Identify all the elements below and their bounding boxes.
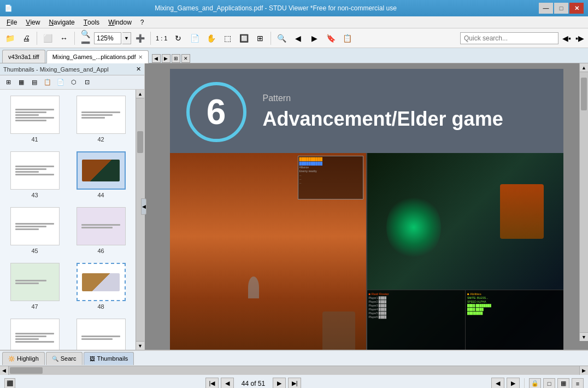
tab-nav-right[interactable]: ▶	[162, 54, 170, 63]
sidebar-doc-btn[interactable]: 📄	[55, 77, 67, 88]
thumbnail-47[interactable]: 47	[4, 261, 65, 311]
thumbnail-41[interactable]: 41	[4, 94, 65, 144]
hscroll-track[interactable]	[10, 367, 578, 374]
menu-view[interactable]: View	[21, 16, 44, 28]
close-button[interactable]: ✕	[569, 3, 584, 14]
pdf-scroll-track[interactable]	[580, 72, 588, 332]
next-page-btn[interactable]: ▶	[507, 378, 520, 389]
minimize-button[interactable]: —	[539, 3, 553, 14]
tab-nav-left[interactable]: ◀	[152, 54, 161, 63]
print-btn[interactable]: 🖨	[19, 31, 34, 46]
zoom-out-btn[interactable]: 🔍➖	[78, 31, 93, 46]
scroll-track[interactable]	[136, 98, 144, 341]
fit-page-btn[interactable]: ⬜	[40, 31, 55, 46]
status-bar: ⬛ |◀ ◀ 44 of 51 ▶ ▶| ◀ ▶ 🔒 □ ▦ ≡	[0, 374, 588, 388]
hand-tool-btn[interactable]: ✋	[203, 31, 219, 46]
hscroll-thumb[interactable]	[10, 367, 43, 374]
tab-highlights[interactable]: 🔆 Highligh	[2, 352, 45, 365]
sidebar-scrollbar[interactable]: ▲ ▼	[136, 90, 144, 350]
tab-close-btn[interactable]: ✕	[138, 54, 143, 60]
sidebar-grid-btn[interactable]: ⊞	[2, 77, 14, 88]
fit-width-btn[interactable]: ↔	[56, 31, 72, 46]
thumbnail-48[interactable]: 48	[70, 261, 131, 311]
sidebar-copy-btn[interactable]: 📋	[42, 77, 54, 88]
view-scroll-btn[interactable]: ≡	[572, 378, 584, 389]
tab-tiff[interactable]: v43n3a1.tiff	[2, 50, 45, 63]
tab-search[interactable]: 🔍 Searc	[46, 352, 83, 365]
thumbnail-49[interactable]: 49	[4, 317, 65, 350]
lock-btn[interactable]: 🔒	[529, 378, 541, 389]
menu-help[interactable]: ?	[136, 16, 149, 28]
horizontal-scrollbar[interactable]: ◀ ▶	[0, 366, 588, 374]
find-btn[interactable]: 🔍	[274, 31, 289, 46]
search-prev-btn[interactable]: ◀▪	[561, 32, 573, 44]
pdf-vscrollbar[interactable]: ▲ ▼	[579, 63, 588, 341]
clipboard-btn[interactable]: 📋	[339, 31, 355, 46]
search-next-btn[interactable]: ▪▶	[574, 32, 586, 44]
highlight-icon: 🔆	[8, 356, 15, 362]
menu-file[interactable]: File	[2, 16, 21, 28]
panel-toggle-btn[interactable]: ⬛	[4, 378, 15, 389]
tab-nav-close-all[interactable]: ✕	[181, 54, 190, 63]
sidebar-title: Thumbnails - Mixing_Games_and_Appl	[3, 66, 109, 73]
thumb-img-50	[77, 319, 126, 350]
zoom-rect-btn[interactable]: 🔲	[236, 31, 251, 46]
more-btn[interactable]: ⊞	[252, 31, 268, 46]
tab-nav-expand[interactable]: ⊞	[172, 54, 180, 63]
nav-next-btn[interactable]: ▶	[273, 378, 286, 389]
toolbar-separator-1	[37, 32, 37, 45]
menu-navigate[interactable]: Navigate	[44, 16, 79, 28]
maximize-button[interactable]: □	[554, 3, 568, 14]
nav-last-btn[interactable]: ▶|	[288, 378, 301, 389]
fwd-btn[interactable]: ▶	[307, 31, 322, 46]
sidebar-collapse-btn[interactable]: ◀	[141, 198, 146, 215]
zoom-input[interactable]: 125%	[94, 32, 121, 44]
view-single-btn[interactable]: □	[543, 378, 555, 389]
rotate-btn[interactable]: ↻	[170, 31, 186, 46]
pdf-scroll-down[interactable]: ▼	[580, 332, 588, 341]
tab-pdf[interactable]: Mixing_Games_...plications.pdf ✕	[46, 50, 149, 63]
menu-tools[interactable]: Tools	[79, 16, 104, 28]
bookmark-btn[interactable]: 🔖	[323, 31, 338, 46]
hscroll-left-btn[interactable]: ◀	[0, 366, 9, 375]
zoom-dropdown-btn[interactable]: ▼	[122, 32, 131, 44]
thumbnail-50[interactable]: 50	[70, 317, 131, 350]
select-btn[interactable]: ⬚	[220, 31, 235, 46]
thumb-img-46	[77, 207, 126, 245]
scroll-up-btn[interactable]: ▲	[136, 90, 144, 98]
thumbnail-44[interactable]: 44	[70, 150, 131, 200]
scroll-down-btn[interactable]: ▼	[136, 341, 144, 350]
thumb-img-41	[10, 96, 60, 134]
thumbnail-46[interactable]: 46	[70, 205, 131, 256]
pdf-scroll-thumb[interactable]	[581, 78, 587, 110]
hscroll-right-btn[interactable]: ▶	[579, 366, 588, 375]
nav-prev-btn[interactable]: ◀	[221, 378, 234, 389]
thumbnail-45[interactable]: 45	[4, 205, 65, 256]
zoom-in-btn[interactable]: ➕	[132, 31, 148, 46]
sidebar-layout-btn[interactable]: ⬡	[68, 77, 80, 88]
thumbnail-43[interactable]: 43	[4, 150, 65, 200]
nav-first-btn[interactable]: |◀	[205, 378, 219, 389]
sidebar-more-btn[interactable]: ⊡	[81, 77, 93, 88]
sidebar-detail-btn[interactable]: ▤	[28, 77, 40, 88]
sidebar-list-btn[interactable]: ▦	[15, 77, 27, 88]
thumb-label-43: 43	[31, 192, 38, 198]
sidebar-close-btn[interactable]: ✕	[136, 66, 141, 73]
thumb-label-45: 45	[31, 248, 38, 254]
thumb-label-44: 44	[97, 192, 104, 198]
page-btn[interactable]: 📄	[187, 31, 202, 46]
status-right: ◀ ▶ 🔒 □ ▦ ≡	[491, 378, 584, 389]
open-folder-btn[interactable]: 📁	[2, 31, 17, 46]
view-double-btn[interactable]: ▦	[557, 378, 569, 389]
pdf-scroll-up[interactable]: ▲	[580, 63, 588, 72]
menu-window[interactable]: Window	[104, 16, 136, 28]
thumbnail-42[interactable]: 42	[70, 94, 131, 144]
back-btn[interactable]: ◀	[290, 31, 305, 46]
nav-controls: |◀ ◀ 44 of 51 ▶ ▶|	[205, 378, 301, 389]
tab-thumbnails[interactable]: 🖼 Thumbnails	[84, 352, 134, 365]
scroll-thumb[interactable]	[137, 131, 143, 153]
prev-page-btn[interactable]: ◀	[491, 378, 504, 389]
page-info: 44 of 51	[236, 380, 271, 387]
search-input[interactable]	[460, 32, 558, 44]
tab-strip: v43n3a1.tiff Mixing_Games_...plications.…	[0, 48, 588, 63]
